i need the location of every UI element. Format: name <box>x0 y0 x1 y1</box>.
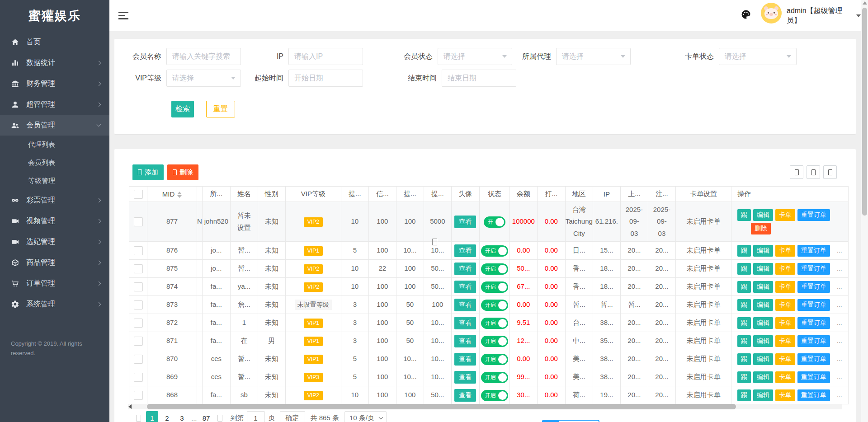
partial-bottom-button[interactable] <box>542 420 599 422</box>
card-button[interactable]: 卡单 <box>775 317 795 329</box>
reset-button[interactable]: 重置 <box>206 101 235 117</box>
view-avatar-button[interactable]: 查看 <box>454 216 476 228</box>
sidebar-subitem-level-manage[interactable]: 等级管理 <box>0 172 109 190</box>
table-export-icon[interactable] <box>823 165 837 179</box>
member-name-input[interactable] <box>166 48 241 65</box>
sidebar-item-consort[interactable]: 选妃管理 <box>0 231 109 252</box>
sidebar-item-finance[interactable]: 财务管理 <box>0 73 109 94</box>
reset-order-button[interactable]: 重置订单 <box>797 335 830 347</box>
edit-button[interactable]: 编辑 <box>753 209 773 221</box>
hamburger-menu-icon[interactable] <box>118 12 128 19</box>
reset-order-button[interactable]: 重置订单 <box>797 245 830 257</box>
per-page-select[interactable]: 10 条/页 <box>344 411 387 422</box>
edit-button[interactable]: 编辑 <box>753 353 773 365</box>
agent-select[interactable]: 请选择 <box>556 48 631 65</box>
user-avatar[interactable] <box>761 3 782 23</box>
prev-page-icon[interactable] <box>136 415 141 422</box>
status-toggle[interactable]: 开启 <box>481 390 508 401</box>
member-state-select[interactable]: 请选择 <box>438 48 512 65</box>
kick-button[interactable]: 踢 <box>737 209 751 221</box>
end-time-input[interactable] <box>442 70 516 87</box>
next-page-icon[interactable] <box>217 415 222 422</box>
reset-order-button[interactable]: 重置订单 <box>797 371 830 383</box>
row-checkbox[interactable] <box>134 246 143 255</box>
delete-row-button[interactable]: 删除 <box>751 223 771 234</box>
status-toggle[interactable]: 开启 <box>481 354 508 365</box>
vip-level-select[interactable]: 请选择 <box>166 70 241 87</box>
view-avatar-button[interactable]: 查看 <box>454 389 476 402</box>
edit-button[interactable]: 编辑 <box>753 389 773 401</box>
reset-order-button[interactable]: 重置订单 <box>797 263 830 275</box>
page-button-1[interactable]: 1 <box>146 411 158 422</box>
view-avatar-button[interactable]: 查看 <box>454 299 476 311</box>
edit-button[interactable]: 编辑 <box>753 335 773 347</box>
kick-button[interactable]: 踢 <box>737 389 751 401</box>
kick-button[interactable]: 踢 <box>737 317 751 329</box>
reset-order-button[interactable]: 重置订单 <box>797 281 830 293</box>
reset-order-button[interactable]: 重置订单 <box>797 299 830 311</box>
card-button[interactable]: 卡单 <box>775 263 795 275</box>
ip-input[interactable] <box>288 48 363 65</box>
kick-button[interactable]: 踢 <box>737 281 751 293</box>
edit-button[interactable]: 编辑 <box>753 263 773 275</box>
sidebar-item-home[interactable]: 首页 <box>0 32 109 52</box>
sidebar-item-stats[interactable]: 数据统计 <box>0 52 109 73</box>
status-toggle[interactable]: 开启 <box>481 318 508 329</box>
kick-button[interactable]: 踢 <box>737 335 751 347</box>
horizontal-scrollbar[interactable] <box>128 404 842 409</box>
sidebar-item-admin[interactable]: 超管管理 <box>0 94 109 115</box>
sort-icon[interactable] <box>177 192 182 198</box>
row-checkbox[interactable] <box>134 282 143 291</box>
status-toggle[interactable]: 开启 <box>481 300 508 311</box>
scroll-up-icon[interactable] <box>863 1 867 5</box>
view-avatar-button[interactable]: 查看 <box>454 335 476 347</box>
user-dropdown[interactable]: admin【超级管理员】 <box>787 0 861 31</box>
sidebar-item-orders[interactable]: 订单管理 <box>0 273 109 294</box>
view-avatar-button[interactable]: 查看 <box>454 353 476 366</box>
kick-button[interactable]: 踢 <box>737 299 751 311</box>
card-button[interactable]: 卡单 <box>775 245 795 257</box>
theme-palette-icon[interactable] <box>741 9 751 20</box>
edit-button[interactable]: 编辑 <box>753 281 773 293</box>
row-checkbox[interactable] <box>134 373 143 382</box>
row-checkbox[interactable] <box>134 337 143 346</box>
edit-button[interactable]: 编辑 <box>753 317 773 329</box>
sidebar-item-goods[interactable]: 商品管理 <box>0 252 109 273</box>
view-avatar-button[interactable]: 查看 <box>454 371 476 384</box>
status-toggle[interactable]: 开启 <box>481 245 508 257</box>
page-button-2[interactable]: 2 <box>161 411 173 422</box>
status-toggle[interactable]: 开 <box>484 216 505 228</box>
reset-order-button[interactable]: 重置订单 <box>797 317 830 329</box>
row-checkbox[interactable] <box>134 264 143 273</box>
scroll-left-icon[interactable] <box>128 404 132 409</box>
kick-button[interactable]: 踢 <box>737 353 751 365</box>
card-button[interactable]: 卡单 <box>775 335 795 347</box>
card-button[interactable]: 卡单 <box>775 281 795 293</box>
select-all-checkbox[interactable] <box>134 190 143 199</box>
sidebar-item-lottery[interactable]: 彩票管理 <box>0 190 109 211</box>
search-button[interactable]: 检索 <box>171 101 194 117</box>
table-filter-icon[interactable] <box>807 165 820 179</box>
view-avatar-button[interactable]: 查看 <box>454 244 476 257</box>
status-toggle[interactable]: 开启 <box>481 281 508 293</box>
page-number-input[interactable] <box>247 411 265 422</box>
sidebar-item-members[interactable]: 会员管理 <box>0 115 109 136</box>
reset-order-button[interactable]: 重置订单 <box>797 353 830 365</box>
card-button[interactable]: 卡单 <box>775 389 795 401</box>
card-state-select[interactable]: 请选择 <box>719 48 797 65</box>
row-checkbox[interactable] <box>134 391 143 400</box>
kick-button[interactable]: 踢 <box>737 245 751 257</box>
confirm-page-button[interactable]: 确定 <box>280 411 305 422</box>
edit-button[interactable]: 编辑 <box>753 371 773 383</box>
status-toggle[interactable]: 开启 <box>481 336 508 347</box>
vertical-scrollbar[interactable] <box>861 0 868 422</box>
row-checkbox[interactable] <box>134 300 143 309</box>
view-avatar-button[interactable]: 查看 <box>454 281 476 293</box>
view-avatar-button[interactable]: 查看 <box>454 317 476 329</box>
status-toggle[interactable]: 开启 <box>481 372 508 383</box>
reset-order-button[interactable]: 重置订单 <box>797 389 830 401</box>
sidebar-subitem-member-list[interactable]: 会员列表 <box>0 154 109 172</box>
row-checkbox[interactable] <box>134 319 143 328</box>
card-button[interactable]: 卡单 <box>775 371 795 383</box>
edit-button[interactable]: 编辑 <box>753 299 773 311</box>
